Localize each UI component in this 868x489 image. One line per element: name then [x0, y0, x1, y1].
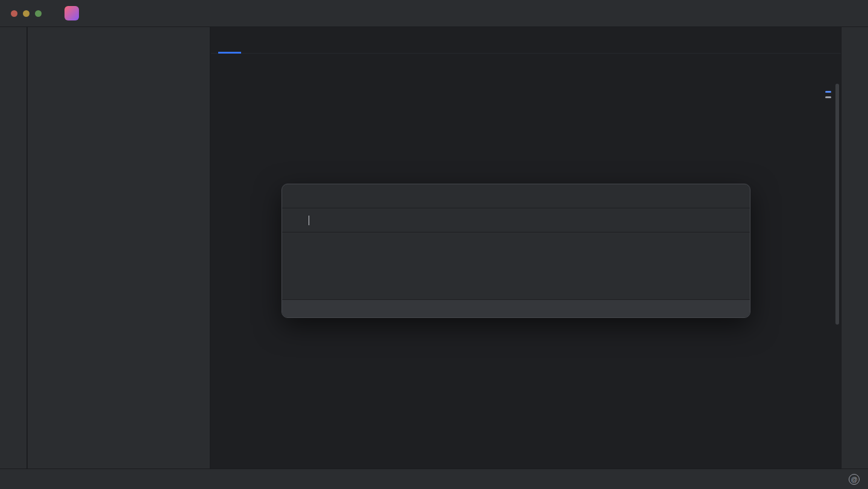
- branch-selector[interactable]: [103, 11, 121, 16]
- project-selector[interactable]: [60, 4, 92, 23]
- text-caret: [309, 216, 309, 225]
- run-button[interactable]: [691, 4, 710, 23]
- right-tool-stripe: [841, 27, 868, 469]
- window-close-button[interactable]: [11, 10, 17, 17]
- inspection-widget[interactable]: [825, 87, 831, 98]
- window-zoom-button[interactable]: [35, 10, 42, 17]
- settings-button[interactable]: [841, 4, 861, 23]
- run-configuration-selector[interactable]: [668, 11, 686, 16]
- code-with-me-button[interactable]: [793, 4, 813, 23]
- structure-root-userscontroller[interactable]: [28, 48, 210, 64]
- search-everywhere-button[interactable]: [817, 4, 837, 23]
- scrollbar[interactable]: [835, 84, 839, 325]
- popup-search-field[interactable]: [282, 208, 750, 232]
- structure-tree: [28, 43, 210, 64]
- tab-users-controller-rb[interactable]: [218, 27, 241, 54]
- title-bar: [0, 0, 868, 27]
- window-minimize-button[interactable]: [23, 10, 30, 17]
- editor-tab-bar: [211, 27, 841, 54]
- inspection-mark: [825, 96, 831, 98]
- app-logo: [64, 6, 79, 20]
- popup-footer: [282, 299, 750, 317]
- structure-panel: [28, 27, 210, 469]
- debug-button[interactable]: [715, 4, 734, 23]
- status-bar: [0, 469, 868, 489]
- popup-results: [282, 232, 750, 299]
- search-everywhere-popup: [281, 184, 750, 318]
- structure-panel-title: [28, 27, 210, 43]
- popup-header: [282, 184, 750, 208]
- left-tool-stripe: [0, 27, 27, 469]
- ai-status-icon[interactable]: [849, 474, 860, 485]
- editor-breadcrumbs: [211, 453, 841, 469]
- window-controls: [11, 10, 42, 17]
- more-actions-button[interactable]: [739, 4, 758, 23]
- inspection-mark: [825, 91, 831, 93]
